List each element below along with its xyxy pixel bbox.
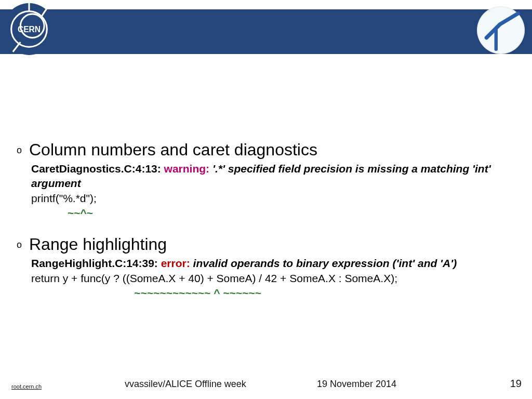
diag-location: CaretDiagnostics.C:4:13: [31, 163, 164, 175]
bullet-marker: o [15, 145, 24, 156]
diag-error-tag: error: [161, 257, 193, 269]
bullet-column-numbers: oColumn numbers and caret diagnostics [15, 140, 517, 159]
root-logo-svg [477, 6, 525, 54]
cern-logo-svg: CERN [2, 2, 56, 56]
diag-highlight: ~~^~ [31, 207, 93, 219]
diagnostic-range: RangeHighlight.C:14:39: error: invalid o… [31, 256, 517, 300]
bullet-label: Range highlighting [29, 235, 167, 254]
svg-text:CERN: CERN [18, 25, 41, 34]
footer-author: vvassilev/ALICE Offline week [125, 379, 246, 390]
footer-date: 19 November 2014 [317, 379, 396, 390]
diag-message: invalid operands to binary expression ('… [193, 257, 457, 269]
diag-code: printf("%.*d"); [31, 192, 97, 204]
diagnostic-caret: CaretDiagnostics.C:4:13: warning: '.*' s… [31, 162, 517, 220]
cern-logo: CERN [2, 2, 56, 56]
header-bar [0, 9, 532, 54]
content: oColumn numbers and caret diagnostics Ca… [15, 140, 517, 315]
footer: root.cern.ch vvassilev/ALICE Offline wee… [0, 374, 532, 390]
diag-warning-tag: warning: [164, 163, 212, 175]
diag-code: return y + func(y ? ((SomeA.X + 40) + So… [31, 272, 397, 284]
bullet-label: Column numbers and caret diagnostics [29, 140, 317, 159]
root-logo [477, 6, 525, 54]
diag-highlight: ~~~~~~~~~~~~ ^ ~~~~~~ [31, 287, 261, 299]
bullet-marker: o [15, 240, 24, 250]
diag-location: RangeHighlight.C:14:39: [31, 257, 161, 269]
bullet-range-highlight: oRange highlighting [15, 235, 517, 254]
footer-page-number: 19 [510, 378, 522, 390]
footer-site-link[interactable]: root.cern.ch [11, 383, 42, 390]
slide: CERN oColumn numbers and caret diagnosti… [0, 0, 532, 399]
